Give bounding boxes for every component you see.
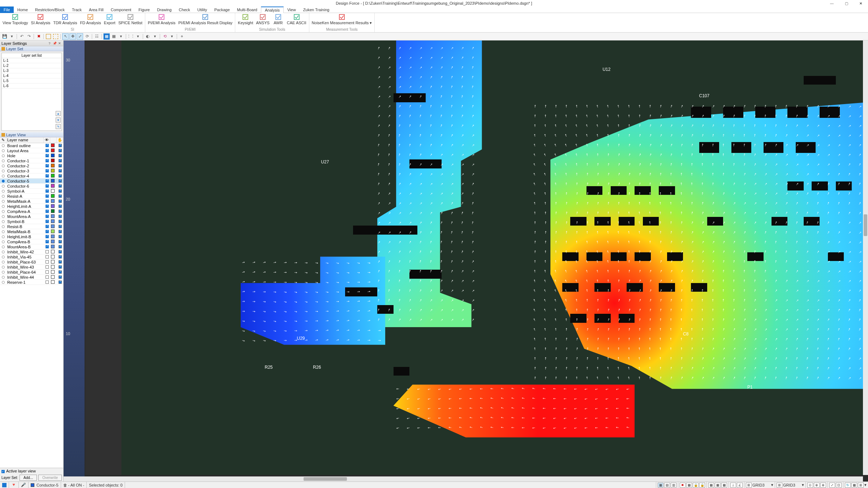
layer-color-swatch[interactable] bbox=[50, 194, 57, 198]
layer-select-checkbox[interactable] bbox=[57, 144, 63, 148]
layer-radio[interactable] bbox=[0, 280, 7, 284]
layer-select-checkbox[interactable] bbox=[57, 209, 63, 214]
layer-visible-checkbox[interactable] bbox=[44, 184, 50, 188]
ribbon-pi-emi-analysis-result-display[interactable]: PI/EMI Analysis Result Display bbox=[177, 14, 234, 25]
layer-radio[interactable] bbox=[0, 219, 7, 224]
sb-end1-icon[interactable]: ↻ bbox=[845, 483, 851, 488]
status-grid1[interactable]: GRID3 bbox=[752, 483, 770, 487]
layer-visible-checkbox[interactable] bbox=[44, 275, 50, 279]
refresh-icon[interactable]: ⟲ bbox=[162, 33, 168, 40]
sb-h-icon[interactable]: ▦ bbox=[715, 483, 721, 488]
layer-select-checkbox[interactable] bbox=[57, 149, 63, 153]
layer-color-swatch[interactable] bbox=[50, 159, 57, 163]
layer-set-item[interactable]: L-4 bbox=[2, 73, 61, 78]
layer-visible-checkbox[interactable] bbox=[44, 265, 50, 269]
edit-icon[interactable]: ✎ bbox=[56, 124, 61, 129]
view-b-dd[interactable]: ▾ bbox=[118, 33, 124, 40]
ribbon-keysight[interactable]: Keysight bbox=[237, 14, 254, 25]
layer-row[interactable]: HeightLimit-B bbox=[0, 234, 63, 239]
layer-select-checkbox[interactable] bbox=[57, 169, 63, 173]
layer-set-item[interactable]: L-2 bbox=[2, 63, 61, 68]
sb-g-icon[interactable]: ▦ bbox=[708, 483, 714, 488]
maximize-button[interactable]: ▢ bbox=[839, 0, 854, 7]
layer-color-swatch[interactable] bbox=[50, 240, 57, 244]
layer-row[interactable]: Inhibit_Via-45 bbox=[0, 254, 63, 260]
layer-select-checkbox[interactable] bbox=[57, 164, 63, 168]
ribbon-awr[interactable]: AWR bbox=[271, 14, 285, 25]
layer-color-swatch[interactable] bbox=[50, 179, 57, 183]
color-icon[interactable]: ◐ bbox=[145, 33, 151, 40]
layer-visible-checkbox[interactable] bbox=[44, 179, 50, 183]
layer-row[interactable]: Conductor-5 bbox=[0, 179, 63, 184]
toolbar-overflow[interactable]: ⋄ bbox=[179, 33, 185, 40]
layer-visible-checkbox[interactable] bbox=[44, 204, 50, 209]
layer-radio[interactable] bbox=[0, 224, 7, 229]
mode-pan-icon[interactable]: ✥ bbox=[69, 33, 76, 40]
ribbon-view-topology[interactable]: View Topology bbox=[1, 14, 29, 25]
add-button[interactable]: Add... bbox=[20, 475, 37, 481]
sb-j-icon[interactable]: ⊥ bbox=[730, 483, 736, 488]
layer-select-checkbox[interactable] bbox=[57, 255, 63, 259]
layer-color-swatch[interactable] bbox=[50, 149, 57, 153]
layer-visible-checkbox[interactable] bbox=[44, 174, 50, 178]
layer-radio[interactable] bbox=[0, 214, 7, 219]
layer-visible-checkbox[interactable] bbox=[44, 230, 50, 234]
layer-select-checkbox[interactable] bbox=[57, 154, 63, 158]
redo-icon[interactable]: ↷ bbox=[26, 33, 32, 40]
undo-icon[interactable]: ↶ bbox=[18, 33, 25, 40]
layer-select-checkbox[interactable] bbox=[57, 194, 63, 198]
layer-radio[interactable] bbox=[0, 230, 7, 234]
layer-row[interactable]: CompArea-A bbox=[0, 209, 63, 214]
ribbon-cae-ascii[interactable]: CAE ASCII bbox=[286, 14, 308, 25]
status-grid2[interactable]: GRID3 bbox=[783, 483, 801, 487]
status-mode-icon[interactable] bbox=[0, 482, 9, 488]
layer-color-swatch[interactable] bbox=[50, 245, 57, 249]
save-icon[interactable]: 💾 bbox=[1, 33, 8, 40]
sb-a-icon[interactable]: ▤ bbox=[664, 483, 670, 488]
sb-grid1-icon[interactable]: ⊞ bbox=[746, 483, 752, 488]
sb-grid1-dd[interactable]: ▾ bbox=[771, 483, 773, 487]
sb-view2-icon[interactable]: ⊡ bbox=[836, 483, 842, 488]
layer-color-swatch[interactable] bbox=[50, 154, 57, 158]
layer-color-swatch[interactable] bbox=[50, 250, 57, 254]
layer-visible-checkbox[interactable] bbox=[44, 214, 50, 219]
help-icon[interactable]: ? bbox=[47, 41, 52, 46]
layer-radio[interactable] bbox=[0, 184, 7, 188]
layer-visible-checkbox[interactable] bbox=[44, 245, 50, 249]
tab-analysis[interactable]: Analysis bbox=[261, 7, 284, 13]
ribbon-si-analysis[interactable]: SI Analysis bbox=[30, 14, 52, 25]
scrollbar-vertical[interactable] bbox=[863, 40, 868, 475]
layer-row[interactable]: Board outline bbox=[0, 143, 63, 148]
layer-radio[interactable] bbox=[0, 250, 7, 254]
sb-i-icon[interactable]: ▦ bbox=[721, 483, 727, 488]
layer-radio[interactable] bbox=[0, 164, 7, 168]
layer-visible-checkbox[interactable] bbox=[44, 270, 50, 274]
layer-row[interactable]: Conductor-1 bbox=[0, 158, 63, 163]
refresh-dd[interactable]: ▾ bbox=[169, 33, 175, 40]
layer-set-header[interactable]: Layer Set bbox=[0, 46, 63, 51]
col-layer-name[interactable]: Layer name bbox=[7, 137, 44, 143]
mode-zoom-icon[interactable]: ⤢ bbox=[77, 33, 83, 40]
pcb-canvas[interactable]: 302010 01020304050 U12C107U27U29R25R26C8… bbox=[64, 40, 868, 481]
layer-radio[interactable] bbox=[0, 260, 7, 264]
sb-grid-icon[interactable]: ▦ bbox=[658, 483, 663, 488]
sb-f-icon[interactable]: 🔒 bbox=[699, 483, 705, 488]
layer-set-item[interactable]: L-1 bbox=[2, 58, 61, 63]
overwrite-button[interactable]: Overwrite bbox=[38, 475, 62, 481]
status-all-on[interactable]: - All ON - bbox=[68, 483, 85, 487]
view-a-icon[interactable]: ▦ bbox=[103, 33, 110, 40]
tab-package[interactable]: Package bbox=[211, 7, 233, 13]
tab-multi-board[interactable]: Multi-Board bbox=[233, 7, 261, 13]
layer-radio[interactable] bbox=[0, 174, 7, 178]
tab-utility[interactable]: Utility bbox=[194, 7, 211, 13]
layer-color-swatch[interactable] bbox=[50, 235, 57, 239]
layer-color-swatch[interactable] bbox=[50, 204, 57, 209]
layer-select-checkbox[interactable] bbox=[57, 280, 63, 284]
ribbon-export[interactable]: Export bbox=[103, 14, 116, 25]
layer-row[interactable]: MetalMask-B bbox=[0, 229, 63, 234]
layer-color-swatch[interactable] bbox=[50, 144, 57, 148]
layer-color-swatch[interactable] bbox=[50, 164, 57, 168]
layer-color-swatch[interactable] bbox=[50, 214, 57, 219]
sb-d-icon[interactable]: ▦ bbox=[686, 483, 692, 488]
layer-visible-checkbox[interactable] bbox=[44, 235, 50, 239]
